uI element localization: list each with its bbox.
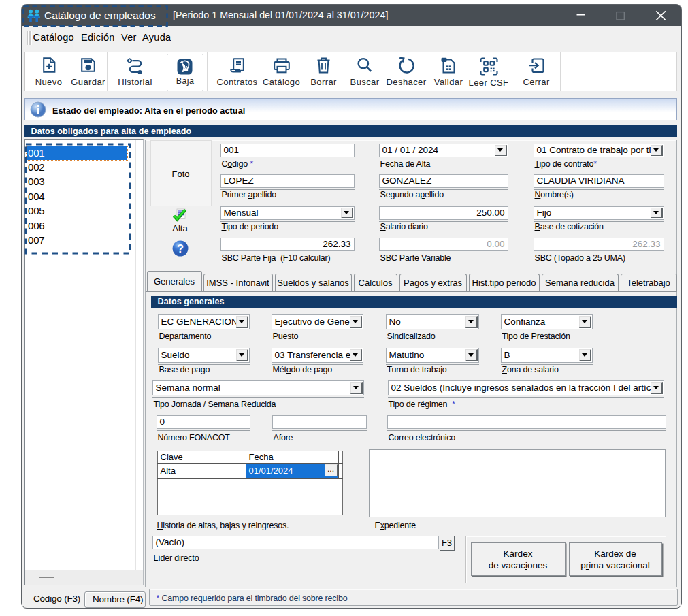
svg-text:?: ? — [176, 242, 183, 254]
